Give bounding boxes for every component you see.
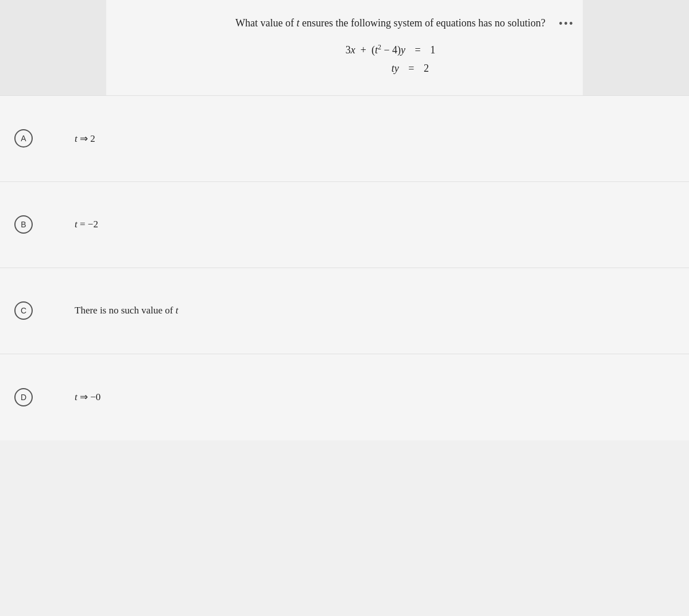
question-right-image <box>583 0 689 95</box>
variable-t: t <box>296 17 299 29</box>
question-left-image <box>0 0 106 95</box>
page-container: What value of t ensures the following sy… <box>0 0 689 616</box>
options-container: A t ⇒ 2 B t = −2 C There is no such valu… <box>0 96 689 616</box>
equation-row-2: ty = 2 <box>346 59 435 78</box>
option-label-d: D <box>21 393 26 402</box>
question-text: What value of t ensures the following sy… <box>126 17 655 29</box>
equation-system: 3x + (t2 − 4)y = 1 ty = 2 <box>346 41 435 78</box>
eq2-right: 2 <box>424 59 429 78</box>
eq2-equals: = <box>406 59 417 78</box>
option-label-a: A <box>21 134 26 143</box>
option-content-c: There is no such value of t <box>75 305 178 316</box>
option-row-d[interactable]: D t ⇒ −0 <box>0 354 689 440</box>
option-circle-c[interactable]: C <box>14 301 33 320</box>
option-row-b[interactable]: B t = −2 <box>0 182 689 268</box>
option-row-a[interactable]: A t ⇒ 2 <box>0 96 689 182</box>
equation-row-1: 3x + (t2 − 4)y = 1 <box>346 41 435 59</box>
option-content-b: t = −2 <box>75 219 98 230</box>
eq1-equals: = <box>412 41 423 59</box>
question-section: What value of t ensures the following sy… <box>0 0 689 96</box>
option-circle-a[interactable]: A <box>14 129 33 148</box>
eq1-left: 3x + (t2 − 4)y <box>346 41 405 59</box>
option-row-c[interactable]: C There is no such value of t <box>0 268 689 354</box>
option-circle-b[interactable]: B <box>14 215 33 234</box>
option-label-c: C <box>21 306 26 315</box>
option-content-d: t ⇒ −0 <box>75 391 100 403</box>
option-label-b: B <box>21 220 26 229</box>
eq2-left: ty <box>392 59 399 78</box>
eq1-right: 1 <box>430 41 435 59</box>
option-circle-d[interactable]: D <box>14 388 33 406</box>
option-content-a: t ⇒ 2 <box>75 133 95 145</box>
more-options-button[interactable]: ••• <box>559 17 574 30</box>
